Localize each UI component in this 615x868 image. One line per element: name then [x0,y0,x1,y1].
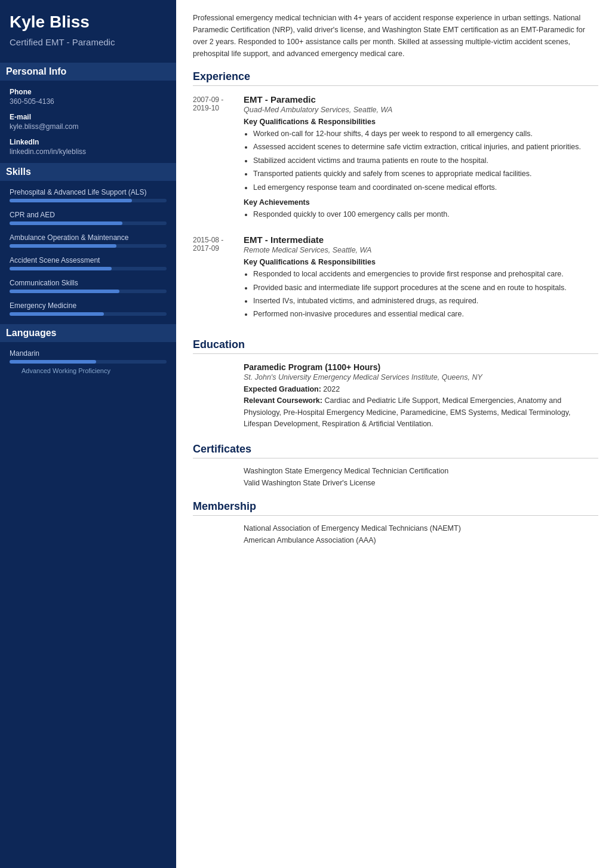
education-section: Education Paramedic Program (1100+ Hours… [193,338,598,430]
certificates-heading: Certificates [193,443,598,458]
edu-graduation: Expected Graduation: 2022 [244,384,598,395]
achievements-list: Responded quickly to over 100 emergency … [253,209,598,220]
education-item: Paramedic Program (1100+ Hours) St. John… [193,362,598,430]
qualifications-list: Worked on-call for 12-hour shifts, 4 day… [253,128,598,193]
language-item: Mandarin Advanced Working Proficiency [10,349,167,374]
qualification-item: Transported patients quickly and safely … [253,168,598,180]
skill-item: Communication Skills [10,279,167,293]
qualification-item: Inserted IVs, intubated victims, and adm… [253,296,598,307]
sidebar: Kyle Bliss Certified EMT - Paramedic Per… [0,0,176,868]
edu-coursework: Relevant Coursework: Cardiac and Pediatr… [244,395,598,430]
language-bar [10,360,167,364]
skill-bar [10,267,167,270]
skill-item: Prehospital & Advanced Life Support (ALS… [10,188,167,202]
cert-value: Valid Washington State Driver's License [244,479,376,487]
skill-bar-fill [10,244,116,248]
exp-company: Remote Medical Services, Seattle, WA [244,246,598,254]
cert-indent [193,467,244,475]
skill-bar [10,290,167,293]
achievement-item: Responded quickly to over 100 emergency … [253,209,598,220]
skill-bar [10,312,167,316]
language-name: Mandarin [10,349,167,358]
qualification-item: Stabilized accident victims and trauma p… [253,155,598,167]
edu-school: St. John's University Emergency Medical … [244,373,598,381]
skill-item: Ambulance Operation & Maintenance [10,233,167,248]
main-content: Professional emergency medical technicia… [176,0,615,868]
skill-bar-fill [10,312,104,316]
exp-content: EMT - Intermediate Remote Medical Servic… [244,235,598,325]
experience-item: 2007-09 - 2019-10 EMT - Paramedic Quad-M… [193,94,598,225]
skill-name: CPR and AED [10,211,167,219]
language-bar-fill [10,360,96,364]
qualification-item: Performed non-invasive procedures and es… [253,309,598,320]
skill-bar [10,244,167,248]
skill-name: Accident Scene Assessment [10,256,167,264]
qualification-item: Provided basic and intermediate life sup… [253,282,598,294]
experience-heading: Experience [193,70,598,86]
email-value: kyle.bliss@gmail.com [10,122,167,131]
exp-job-title: EMT - Paramedic [244,94,598,104]
achievements-label: Key Achievements [244,198,598,207]
experience-item: 2015-08 - 2017-09 EMT - Intermediate Rem… [193,235,598,325]
certificates-list: Washington State Emergency Medical Techn… [193,467,598,487]
edu-degree: Paramedic Program (1100+ Hours) [244,362,598,372]
qualifications-list: Responded to local accidents and emergen… [253,269,598,321]
qualification-item: Responded to local accidents and emergen… [253,269,598,280]
language-proficiency: Advanced Working Proficiency [10,367,167,374]
exp-content: EMT - Paramedic Quad-Med Ambulatory Serv… [244,94,598,225]
skill-bar-fill [10,199,132,202]
summary-text: Professional emergency medical technicia… [193,12,598,60]
exp-date: 2007-09 - 2019-10 [193,94,244,225]
certificate-item: Valid Washington State Driver's License [193,479,598,487]
membership-indent [193,524,244,533]
skill-bar-fill [10,290,119,293]
phone-value: 360-505-4136 [10,97,167,106]
qualifications-label: Key Qualifications & Responsibilities [244,118,598,126]
membership-value: National Association of Emergency Medica… [244,524,461,533]
skill-name: Ambulance Operation & Maintenance [10,233,167,242]
skill-name: Prehospital & Advanced Life Support (ALS… [10,188,167,196]
qualification-item: Led emergency response team and coordina… [253,182,598,193]
phone-label: Phone [10,88,167,96]
email-label: E-mail [10,113,167,121]
languages-heading: Languages [0,324,176,342]
languages-list: Mandarin Advanced Working Proficiency [10,349,167,374]
skill-bar-fill [10,221,122,225]
membership-item: National Association of Emergency Medica… [193,524,598,533]
skill-bar [10,221,167,225]
skill-name: Emergency Medicine [10,301,167,310]
skill-item: Emergency Medicine [10,301,167,316]
edu-indent [193,362,244,430]
edu-content: Paramedic Program (1100+ Hours) St. John… [244,362,598,430]
personal-info-heading: Personal Info [0,63,176,81]
skill-item: Accident Scene Assessment [10,256,167,270]
membership-item: American Ambulance Association (AAA) [193,536,598,544]
membership-value: American Ambulance Association (AAA) [244,536,376,544]
skill-bar-fill [10,267,112,270]
linkedin-value: linkedin.com/in/kylebliss [10,147,167,156]
qualification-item: Worked on-call for 12-hour shifts, 4 day… [253,128,598,140]
membership-section: Membership National Association of Emerg… [193,500,598,544]
experience-list: 2007-09 - 2019-10 EMT - Paramedic Quad-M… [193,94,598,325]
skills-heading: Skills [0,163,176,181]
membership-list: National Association of Emergency Medica… [193,524,598,544]
experience-section: Experience 2007-09 - 2019-10 EMT - Param… [193,70,598,325]
linkedin-label: LinkedIn [10,138,167,146]
cert-value: Washington State Emergency Medical Techn… [244,467,448,475]
skill-name: Communication Skills [10,279,167,287]
skill-item: CPR and AED [10,211,167,225]
education-list: Paramedic Program (1100+ Hours) St. John… [193,362,598,430]
qualification-item: Assessed accident scenes to determine sa… [253,141,598,153]
skill-bar [10,199,167,202]
exp-company: Quad-Med Ambulatory Services, Seattle, W… [244,106,598,114]
qualifications-label: Key Qualifications & Responsibilities [244,258,598,266]
education-heading: Education [193,338,598,354]
exp-job-title: EMT - Intermediate [244,235,598,245]
cert-indent [193,479,244,487]
exp-date: 2015-08 - 2017-09 [193,235,244,325]
skills-list: Prehospital & Advanced Life Support (ALS… [10,188,167,316]
certificate-item: Washington State Emergency Medical Techn… [193,467,598,475]
certificates-section: Certificates Washington State Emergency … [193,443,598,487]
candidate-name: Kyle Bliss [10,12,167,32]
membership-indent [193,536,244,544]
